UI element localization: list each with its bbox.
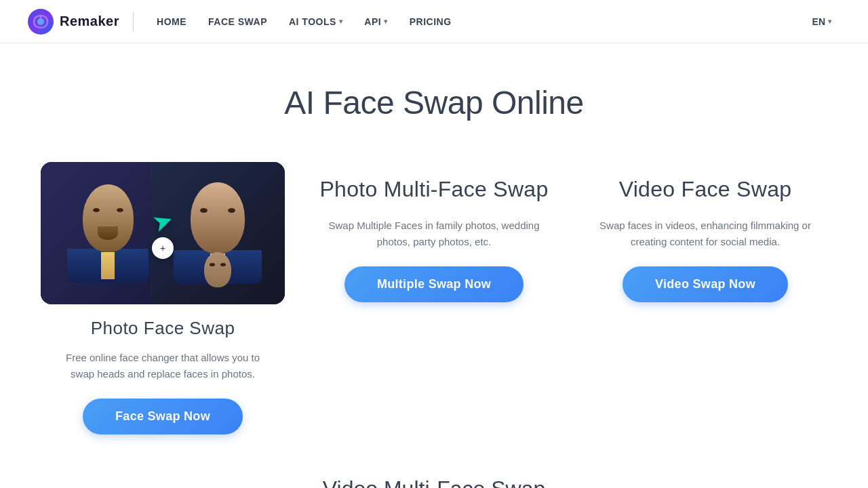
nav-ai-tools[interactable]: AI TOOLS ▾ (279, 11, 352, 33)
logo-link[interactable]: Remaker (27, 8, 119, 35)
nav-divider (133, 12, 134, 31)
logo-text: Remaker (60, 14, 119, 29)
cards-grid: ➤ + (41, 162, 827, 434)
nav-right: EN ▾ (803, 11, 841, 33)
photo-face-swap-card: ➤ + (41, 162, 285, 434)
lang-dropdown-arrow: ▾ (828, 18, 831, 25)
multiple-swap-now-button[interactable]: Multiple Swap Now (344, 266, 524, 302)
nav-links: HOME FACE SWAP AI TOOLS ▾ API ▾ PRICING (147, 11, 803, 33)
navbar: Remaker HOME FACE SWAP AI TOOLS ▾ API ▾ … (0, 0, 868, 43)
photo-face-swap-desc: Free online face changer that allows you… (54, 350, 271, 382)
swap-arrow-overlay: ➤ + (152, 207, 174, 259)
nav-api[interactable]: API ▾ (355, 11, 397, 33)
photo-face-swap-title: Photo Face Swap (91, 318, 235, 339)
video-face-swap-title: Video Face Swap (619, 176, 792, 204)
nav-home[interactable]: HOME (147, 11, 196, 33)
page-title: AI Face Swap Online (41, 84, 827, 121)
face-swap-illustration: ➤ + (41, 162, 285, 304)
bottom-empty-col1 (41, 475, 285, 488)
video-face-swap-desc: Swap faces in videos, enhancing filmmaki… (597, 218, 814, 250)
logo-icon (27, 8, 54, 35)
plus-icon: + (152, 237, 174, 259)
nav-pricing[interactable]: PRICING (400, 11, 461, 33)
bottom-empty-col3 (583, 475, 827, 488)
language-selector[interactable]: EN ▾ (803, 11, 841, 33)
face-swap-now-button[interactable]: Face Swap Now (83, 399, 243, 434)
video-multi-face-swap-title: Video Multi-Face Swap (323, 475, 545, 488)
photo-multi-face-swap-desc: Swap Multiple Faces in family photos, we… (326, 218, 542, 250)
bottom-partial-row: Video Multi-Face Swap (41, 475, 827, 488)
video-multi-face-swap-partial: Video Multi-Face Swap (312, 475, 556, 488)
face-swap-image: ➤ + (41, 162, 285, 304)
main-content: AI Face Swap Online (0, 43, 868, 488)
api-dropdown-arrow: ▾ (384, 18, 388, 25)
video-swap-now-button[interactable]: Video Swap Now (623, 266, 788, 302)
ai-tools-dropdown-arrow: ▾ (339, 18, 343, 25)
video-face-swap-card: Video Face Swap Swap faces in videos, en… (583, 162, 827, 434)
photo-multi-face-swap-card: Photo Multi-Face Swap Swap Multiple Face… (312, 162, 556, 434)
photo-multi-face-swap-title: Photo Multi-Face Swap (319, 176, 548, 204)
nav-face-swap[interactable]: FACE SWAP (199, 11, 277, 33)
svg-point-1 (37, 18, 44, 25)
